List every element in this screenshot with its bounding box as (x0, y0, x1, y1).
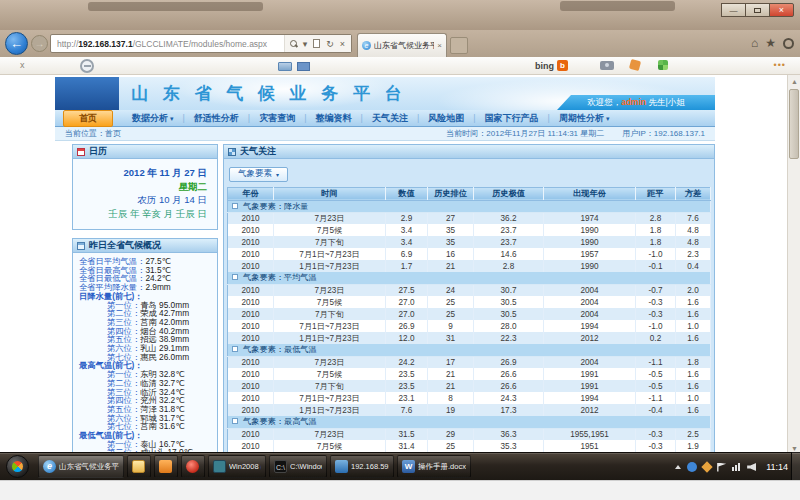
chevron-down-icon: ▾ (170, 115, 174, 122)
cell: 24 (428, 284, 474, 296)
cell: 2010 (228, 404, 274, 416)
group-label-cell[interactable]: 气象要素：最低气温 (228, 344, 711, 356)
word-icon: W (402, 460, 415, 473)
chevron-icon[interactable] (675, 465, 681, 469)
status-group: 当前时间：2012年11月27日 11:14:31 星期二 用户IP：192.1… (446, 128, 705, 139)
col-header-0: 年份 (228, 187, 274, 200)
media-icon (186, 460, 199, 473)
search-icon[interactable] (290, 40, 298, 48)
tab-favicon-icon: e (362, 41, 371, 50)
cell: 17.3 (474, 404, 544, 416)
scrollbar-thumb[interactable] (789, 89, 799, 159)
cell: 2010 (228, 284, 274, 296)
nav-item-3[interactable]: 灾害查询 (250, 112, 304, 125)
nav-item-5[interactable]: 天气关注 (363, 112, 417, 125)
ime-icon[interactable] (687, 462, 697, 472)
start-button[interactable] (6, 455, 29, 478)
people-icon[interactable] (629, 59, 641, 71)
table-row: 20107月23日2.92736.219742.87.6 (228, 212, 711, 224)
table-header-row: 年份时间数值历史排位历史极值出现年份距平方差 (228, 187, 711, 200)
camera-icon[interactable] (600, 61, 614, 70)
home-icon[interactable]: ⌂ (751, 36, 758, 50)
expand-box-icon[interactable] (232, 274, 238, 280)
cell: 1.6 (676, 332, 711, 344)
mail-icon[interactable] (297, 62, 310, 71)
taskbar-button-label: C:\Windows\s... (290, 462, 322, 471)
browser-scrollbar[interactable]: ▲ ▼ (787, 75, 800, 455)
bing-logo[interactable]: bing b (535, 60, 568, 71)
browser-tab[interactable]: e 山东省气候业务平... × (357, 33, 447, 57)
cell: 7月23日 (274, 356, 386, 368)
search-dropdown-icon[interactable]: ▾ (300, 39, 311, 49)
taskbar-button-6[interactable]: 192.168.59.99... (330, 455, 394, 478)
taskbar-buttons: e山东省气候业务平...Win2008 (VS2...C:\C:\Windows… (38, 455, 471, 478)
cell: 36.3 (474, 428, 544, 440)
apps-grid-icon[interactable] (658, 60, 668, 70)
update-icon[interactable] (701, 461, 712, 472)
refresh-icon[interactable]: ↻ (323, 39, 337, 49)
browser-action-icons: ⌂ ★ (751, 36, 794, 50)
cell: 4.8 (676, 224, 711, 236)
cell: 25 (428, 440, 474, 452)
taskbar-button-0[interactable]: e山东省气候业务平... (38, 455, 124, 478)
favorites-star-icon[interactable]: ★ (765, 36, 776, 50)
taskbar-clock[interactable]: 11:14 (766, 462, 788, 472)
calendar-title: 日历 (89, 145, 107, 158)
col-header-7: 方差 (676, 187, 711, 200)
group-label-cell[interactable]: 气象要素：平均气温 (228, 272, 711, 284)
volume-icon[interactable] (747, 463, 756, 471)
forward-button[interactable]: → (31, 35, 48, 52)
cmd-icon: C:\ (274, 460, 287, 473)
nav-item-1[interactable]: 数据分析▾ (123, 112, 183, 125)
cell: 31.4 (386, 440, 428, 452)
back-button[interactable]: ← (5, 32, 28, 55)
cell: 7月5候 (274, 296, 386, 308)
cell: -1.1 (636, 392, 676, 404)
system-tray: 11:14 (675, 453, 788, 481)
compatibility-icon[interactable] (313, 39, 320, 48)
scroll-up-icon[interactable]: ▲ (788, 75, 800, 88)
taskbar-button-4[interactable]: Win2008 (VS2... (208, 455, 266, 478)
group-label-cell[interactable]: 气象要素：降水量 (228, 200, 711, 212)
taskbar-button-5[interactable]: C:\C:\Windows\s... (269, 455, 327, 478)
maximize-button[interactable] (745, 3, 770, 17)
username: admin (621, 97, 646, 107)
taskbar-button-7[interactable]: W操作手册.docx ... (397, 455, 471, 478)
toolbar-more-icon[interactable]: ••• (774, 60, 786, 70)
taskbar-button-2[interactable] (154, 455, 178, 478)
blocked-popup-icon[interactable] (80, 59, 94, 73)
table-row: 20107月1日~7月23日23.1824.31994-1.11.0 (228, 392, 711, 404)
flag-icon[interactable] (717, 463, 726, 472)
group-row: 气象要素：最低气温 (228, 344, 711, 356)
cell: 1月1日~7月23日 (274, 260, 386, 272)
cell: 1990 (544, 260, 636, 272)
cell: 7月23日 (274, 212, 386, 224)
stop-icon[interactable]: × (337, 39, 348, 49)
expand-box-icon[interactable] (232, 418, 238, 424)
cell: 23.7 (474, 224, 544, 236)
toolbar-close-icon[interactable]: x (20, 60, 25, 70)
minimize-button[interactable]: — (721, 3, 746, 17)
tab-close-icon[interactable]: × (434, 41, 442, 50)
nav-item-4[interactable]: 整编资料 (307, 112, 361, 125)
nav-item-7[interactable]: 国家下行产品 (476, 112, 548, 125)
element-selector-button[interactable]: 气象要素 ▾ (229, 167, 288, 182)
new-tab-button[interactable] (450, 37, 468, 54)
taskbar-button-3[interactable] (181, 455, 205, 478)
expand-box-icon[interactable] (232, 203, 238, 209)
address-bar[interactable]: http://192.168.137.1/GLCCLIMATE/modules/… (50, 34, 352, 53)
card-icon[interactable] (278, 62, 292, 71)
network-icon[interactable] (732, 463, 741, 471)
tools-gear-icon[interactable] (783, 38, 794, 49)
taskbar-button-1[interactable] (127, 455, 151, 478)
close-button[interactable]: × (769, 3, 794, 17)
nav-item-8[interactable]: 周期性分析▾ (550, 112, 619, 125)
summary-body: 全省日平均气温：27.5℃全省日最高气温：31.5℃全省日最低气温：24.2℃全… (73, 253, 217, 455)
show-desktop-button[interactable] (791, 452, 800, 480)
nav-item-6[interactable]: 风险地图 (419, 112, 473, 125)
nav-item-2[interactable]: 舒适性分析 (185, 112, 248, 125)
cell: 1.6 (676, 380, 711, 392)
expand-box-icon[interactable] (232, 346, 238, 352)
nav-item-0[interactable]: 首页 (63, 110, 113, 127)
group-label-cell[interactable]: 气象要素：最高气温 (228, 416, 711, 428)
